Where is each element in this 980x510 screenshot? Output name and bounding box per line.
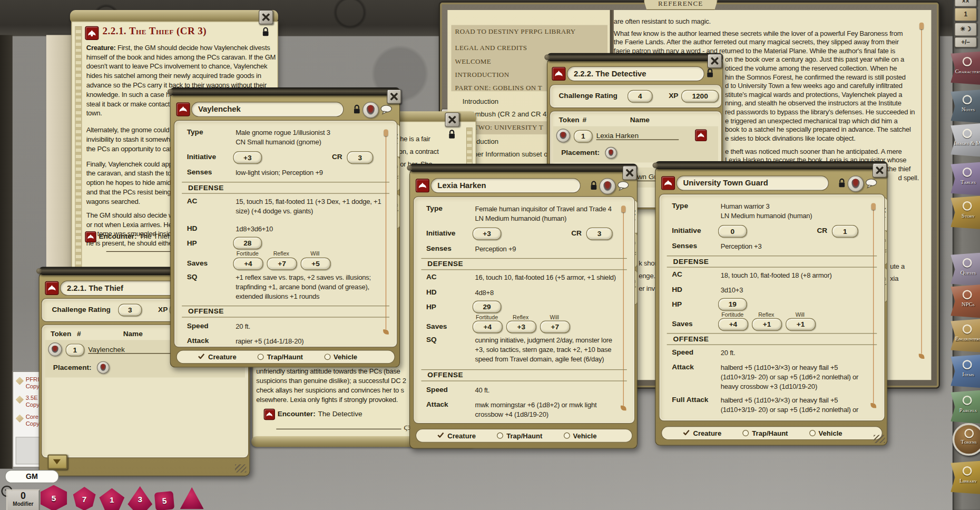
- radio-vehicle[interactable]: Vehicle: [324, 353, 357, 360]
- close-icon[interactable]: [873, 163, 887, 178]
- encounter-link[interactable]: Encounter:The Thief: [99, 232, 169, 240]
- npc-name-link[interactable]: Lexia Harken: [596, 132, 679, 140]
- portrait-icon[interactable]: [848, 175, 864, 192]
- sidebar-item-tables[interactable]: Tables: [950, 162, 980, 195]
- scroll-pin[interactable]: [623, 212, 624, 406]
- book-button[interactable]: 1: [954, 7, 977, 21]
- close-icon[interactable]: [622, 165, 636, 180]
- lock-icon[interactable]: [261, 26, 270, 37]
- dragon-icon[interactable]: [264, 409, 275, 420]
- sidebar-item-notes[interactable]: Notes: [950, 90, 980, 123]
- module-name[interactable]: 3.5E: [26, 395, 38, 401]
- radio-trap-haunt[interactable]: Trap/Haunt: [258, 353, 303, 360]
- plus-minus-button[interactable]: +/−: [954, 37, 977, 47]
- module-gem-icon[interactable]: [16, 396, 24, 404]
- save-reflex[interactable]: +3: [506, 321, 536, 334]
- sidebar-item-characters[interactable]: Characters: [950, 51, 980, 85]
- nav-item-intro-1[interactable]: Introduction: [463, 97, 498, 105]
- modifier-box[interactable]: 0 Modifier: [6, 489, 40, 510]
- scroll-pin[interactable]: [386, 135, 386, 329]
- sidebar-item-tokens[interactable]: Tokens: [953, 423, 980, 456]
- challenge-rating-value[interactable]: 4: [628, 90, 652, 103]
- placement-token-icon[interactable]: [605, 147, 617, 159]
- chat-bubble-icon[interactable]: [865, 178, 878, 189]
- scroll-pin[interactable]: [921, 29, 922, 354]
- window-drag-bar[interactable]: [655, 161, 887, 169]
- dragon-icon[interactable]: [85, 231, 96, 242]
- envelope-button[interactable]: [47, 454, 67, 469]
- lock-icon[interactable]: [352, 104, 361, 114]
- nav-item-legal[interactable]: LEGAL AND CREDITS: [455, 44, 527, 51]
- radio-creature[interactable]: Creature: [683, 429, 722, 437]
- lock-icon[interactable]: [838, 178, 847, 188]
- cr-value[interactable]: 1: [832, 225, 858, 238]
- close-icon[interactable]: [708, 54, 722, 68]
- module-gem-icon[interactable]: [16, 377, 24, 385]
- module-name[interactable]: PFRI: [26, 376, 40, 382]
- token-icon[interactable]: [556, 129, 570, 142]
- nav-item-part-one[interactable]: PART ONE: GOBLINS ON T: [455, 84, 543, 91]
- chat-bubble-icon[interactable]: [617, 181, 630, 191]
- sidebar-item-parcels[interactable]: Parcels: [950, 390, 980, 424]
- hp-value[interactable]: 19: [718, 298, 747, 311]
- die-d6[interactable]: 5: [154, 491, 174, 510]
- portrait-icon[interactable]: [362, 102, 379, 118]
- radio-trap-haunt[interactable]: Trap/Haunt: [743, 429, 788, 437]
- close-icon[interactable]: [387, 90, 401, 104]
- hp-value[interactable]: 29: [473, 301, 502, 313]
- npc-count[interactable]: 1: [574, 130, 593, 143]
- save-reflex[interactable]: +1: [752, 318, 782, 331]
- cr-value[interactable]: 3: [347, 151, 373, 164]
- module-name[interactable]: Core: [26, 413, 38, 420]
- initiative-value[interactable]: +3: [473, 228, 502, 240]
- day-night-button[interactable]: ☀☽: [954, 23, 977, 36]
- close-icon[interactable]: [259, 10, 273, 24]
- sidebar-item-encounters[interactable]: Encounters: [950, 319, 980, 352]
- placement-token-icon[interactable]: [97, 361, 110, 374]
- lock-icon[interactable]: [590, 180, 599, 191]
- radio-vehicle[interactable]: Vehicle: [809, 429, 842, 437]
- encounter-link[interactable]: Encounter:The Detective: [278, 410, 362, 417]
- dragon-link-icon[interactable]: [695, 130, 707, 142]
- npc-count[interactable]: 1: [66, 344, 85, 356]
- window-drag-bar[interactable]: [170, 87, 400, 95]
- encounter-title-field[interactable]: 2.2.2. The Detective: [567, 66, 704, 81]
- initiative-value[interactable]: +3: [233, 151, 262, 164]
- sidebar-item-library[interactable]: Library: [950, 460, 980, 494]
- nav-item-gather-info[interactable]: Gather Information subset of D: [463, 150, 556, 158]
- sidebar-item-items[interactable]: Items: [950, 355, 980, 388]
- resize-grip[interactable]: [874, 435, 885, 443]
- challenge-rating-value[interactable]: 3: [118, 304, 142, 317]
- window-drag-bar[interactable]: [409, 164, 638, 172]
- save-fortitude[interactable]: +4: [473, 321, 503, 334]
- save-will[interactable]: +1: [786, 318, 816, 331]
- radio-creature[interactable]: Creature: [198, 353, 237, 360]
- npc-name-field[interactable]: University Town Guard: [676, 175, 828, 190]
- nav-item-introduction[interactable]: INTRODUCTION: [455, 71, 509, 78]
- xp-value[interactable]: 1200: [681, 90, 719, 103]
- save-reflex[interactable]: +7: [267, 258, 297, 270]
- sidebar-item-npcs[interactable]: NPCs: [950, 285, 980, 318]
- nav-item-welcome[interactable]: WELCOME: [455, 57, 491, 65]
- cr-value[interactable]: 3: [586, 228, 613, 240]
- chat-bubble-icon[interactable]: [380, 104, 393, 115]
- scroll-pin[interactable]: [873, 209, 874, 403]
- npc-name-link[interactable]: Vaylenchek: [88, 346, 175, 354]
- encounter-name[interactable]: The Detective: [318, 410, 362, 417]
- save-fortitude[interactable]: +4: [718, 318, 748, 331]
- dice-clear-button[interactable]: ××: [954, 0, 977, 7]
- lock-icon[interactable]: [705, 67, 714, 78]
- radio-trap-haunt[interactable]: Trap/Haunt: [497, 432, 542, 439]
- initiative-value[interactable]: 0: [718, 225, 747, 238]
- close-icon[interactable]: [445, 113, 459, 127]
- window-drag-bar[interactable]: [547, 53, 723, 61]
- radio-creature[interactable]: Creature: [437, 432, 476, 439]
- save-fortitude[interactable]: +4: [233, 258, 263, 270]
- sidebar-item-quests[interactable]: Quests: [950, 252, 980, 286]
- module-gem-icon[interactable]: [16, 414, 24, 422]
- save-will[interactable]: +5: [301, 258, 331, 270]
- sidebar-item-story[interactable]: Story: [950, 195, 980, 229]
- token-icon[interactable]: [48, 342, 62, 356]
- portrait-icon[interactable]: [600, 178, 616, 194]
- npc-name-field[interactable]: Vaylenchek: [191, 102, 344, 116]
